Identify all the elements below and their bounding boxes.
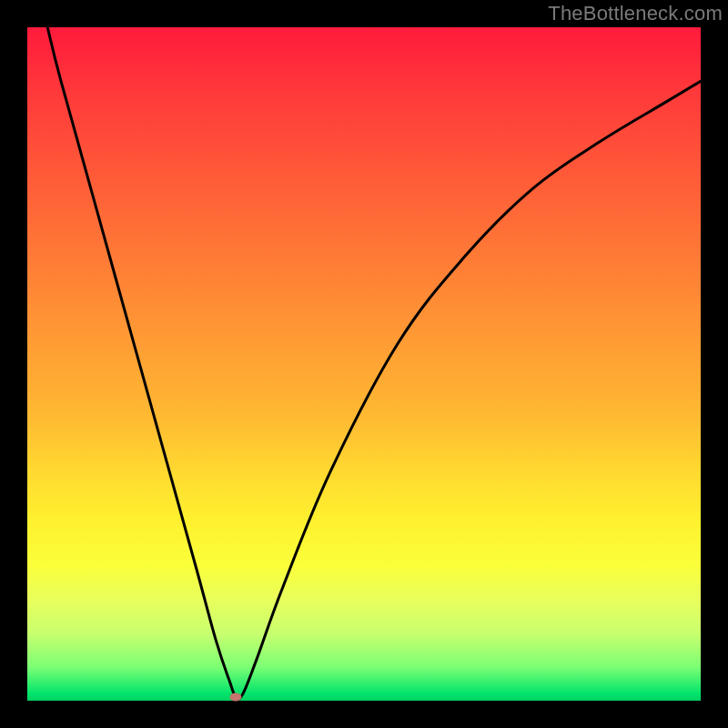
- vertex-marker: [230, 693, 242, 702]
- attribution-label: TheBottleneck.com: [548, 2, 723, 25]
- bottleneck-curve-path: [47, 27, 701, 699]
- plot-area: [27, 27, 701, 701]
- curve-layer: [27, 27, 701, 701]
- chart-frame: TheBottleneck.com: [0, 0, 728, 728]
